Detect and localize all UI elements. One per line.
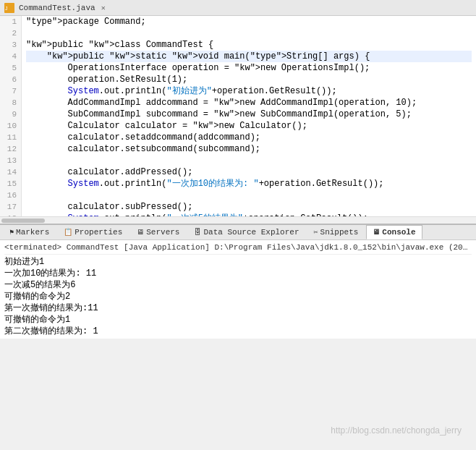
console-line: 第一次撤销的结果为:11	[4, 302, 472, 314]
code-content[interactable]: "type">package Command; "kw">public "kw"…	[22, 16, 476, 216]
code-line: calculator.addPressed();	[26, 166, 472, 178]
code-line	[26, 27, 472, 39]
tab-snippets[interactable]: ✂Snippets	[307, 225, 365, 239]
tab-close-icon[interactable]: ✕	[101, 4, 106, 12]
tab-properties[interactable]: 📋Properties	[57, 225, 129, 239]
tab-console[interactable]: 🖥Console	[366, 225, 422, 239]
properties-label: Properties	[75, 228, 122, 237]
code-line: SubCommandImpl subcommand = "kw">new Sub…	[26, 109, 472, 120]
code-line	[26, 155, 472, 166]
code-line: "type">package Command;	[26, 16, 472, 27]
line-number: 5	[4, 62, 17, 74]
code-line: AddCommandImpl addcommand = "kw">new Add…	[26, 97, 472, 109]
markers-label: Markers	[16, 228, 49, 237]
console-icon: 🖥	[373, 228, 380, 237]
code-line: operation.SetResult(1);	[26, 74, 472, 85]
line-number: 13	[4, 155, 17, 166]
snippets-label: Snippets	[320, 228, 359, 237]
svg-text:J: J	[5, 6, 8, 11]
console-area: <terminated> CommandTest [Java Applicati…	[0, 240, 476, 339]
line-number: 3	[4, 39, 17, 51]
line-number: 2	[4, 27, 17, 39]
snippets-icon: ✂	[314, 228, 318, 237]
datasource-label: Data Source Explorer	[203, 228, 299, 237]
editor-wrapper: J CommandTest.java ✕ 1234567891011121314…	[0, 0, 476, 224]
code-line: calculator.subPressed();	[26, 201, 472, 213]
line-number: 11	[4, 132, 17, 143]
console-line: 可撤销的命令为2	[4, 291, 472, 302]
code-line: calculator.setaddcommand(addcommand);	[26, 132, 472, 143]
line-number: 4	[4, 51, 17, 62]
bottom-tab-bar: ⚑Markers📋Properties🖥Servers🗄Data Source …	[0, 224, 476, 240]
code-editor[interactable]: 1234567891011121314151617181920212223242…	[0, 16, 476, 216]
console-line: 一次减5的结果为6	[4, 279, 472, 291]
console-lines: 初始进为1一次加10的结果为: 11一次减5的结果为6可撤销的命令为2第一次撤销…	[4, 256, 472, 337]
editor-scrollbar[interactable]	[0, 216, 476, 224]
tab-servers[interactable]: 🖥Servers	[130, 225, 186, 239]
line-number: 7	[4, 85, 17, 97]
console-line: 可撤销的命令为1	[4, 314, 472, 326]
line-number: 9	[4, 109, 17, 120]
code-line: "kw">public "kw">static "kw">void main("…	[26, 51, 472, 62]
line-numbers: 1234567891011121314151617181920212223242…	[0, 16, 22, 216]
console-content: <terminated> CommandTest [Java Applicati…	[0, 240, 476, 450]
console-line: 第二次撤销的结果为: 1	[4, 326, 472, 337]
servers-label: Servers	[146, 228, 179, 237]
servers-icon: 🖥	[137, 228, 144, 237]
code-line: System.out.println("初始进为"+operation.GetR…	[26, 85, 472, 97]
properties-icon: 📋	[64, 228, 72, 237]
scrollbar-thumb[interactable]	[1, 218, 45, 223]
line-number: 1	[4, 16, 17, 27]
watermark: http://blog.csdn.net/chongda_jerry	[331, 425, 462, 436]
tab-markers[interactable]: ⚑Markers	[3, 225, 56, 239]
line-number: 8	[4, 97, 17, 109]
line-number: 12	[4, 143, 17, 155]
code-line: System.out.println("一次加10的结果为: "+operati…	[26, 178, 472, 190]
line-number: 6	[4, 74, 17, 85]
bottom-panel: ⚑Markers📋Properties🖥Servers🗄Data Source …	[0, 224, 476, 450]
datasource-icon: 🗄	[194, 228, 201, 237]
code-line: System.out.println("一次减5的结果为"+operation.…	[26, 213, 472, 216]
tab-datasource[interactable]: 🗄Data Source Explorer	[187, 225, 305, 239]
markers-icon: ⚑	[9, 228, 14, 237]
line-number: 14	[4, 166, 17, 178]
tab-filename: CommandTest.java	[19, 4, 95, 12]
line-number: 10	[4, 120, 17, 132]
line-number: 15	[4, 178, 17, 190]
console-header: <terminated> CommandTest [Java Applicati…	[4, 242, 472, 255]
console-line: 一次加10的结果为: 11	[4, 268, 472, 279]
code-line	[26, 190, 472, 201]
code-line: "kw">public "kw">class CommandTest {	[26, 39, 472, 51]
code-line: Calculator calculator = "kw">new Calcula…	[26, 120, 472, 132]
line-number: 17	[4, 201, 17, 213]
main-layout: J CommandTest.java ✕ 1234567891011121314…	[0, 0, 476, 450]
line-number: 16	[4, 190, 17, 201]
java-file-icon: J	[4, 3, 14, 13]
code-line: calculator.setsubcommand(subcommand);	[26, 143, 472, 155]
console-line: 初始进为1	[4, 256, 472, 268]
code-line: OperationsInterface operation = "kw">new…	[26, 62, 472, 74]
editor-tab-bar: J CommandTest.java ✕	[0, 0, 476, 16]
line-number: 18	[4, 213, 17, 216]
console-label: Console	[382, 228, 415, 237]
